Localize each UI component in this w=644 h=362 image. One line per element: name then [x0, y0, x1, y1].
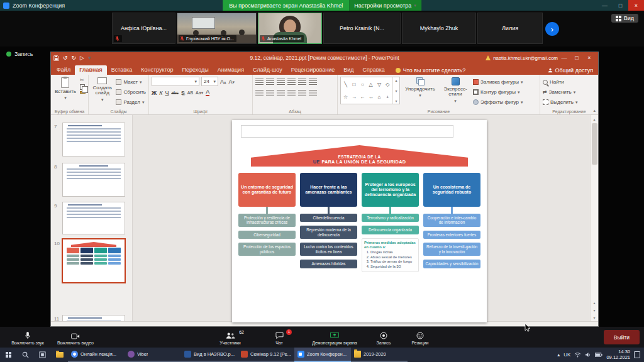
scrollbar-thumb[interactable] — [592, 123, 597, 165]
title-placeholder[interactable] — [241, 125, 453, 138]
minimize-button[interactable]: — — [597, 0, 613, 11]
align-right-icon[interactable] — [277, 90, 285, 96]
collapse-ribbon-icon[interactable]: ▴ — [593, 108, 596, 113]
arrange-button[interactable]: Упорядочить ▾ — [402, 77, 438, 99]
participant-tile[interactable]: Анфіса Юріївна... — [112, 13, 175, 44]
section-button[interactable]: Раздел▾ — [116, 98, 146, 106]
account-badge[interactable]: nastia.khmel.ukr@gmail.com — [486, 55, 558, 61]
copy-icon[interactable] — [80, 84, 85, 90]
column-item[interactable]: Terrorismo y radicalización — [362, 214, 419, 222]
start-button[interactable] — [0, 348, 17, 362]
shape-effects-button[interactable]: Эффекты фигур▾ — [473, 98, 523, 106]
participant-tile-active-speaker[interactable]: Anastasiia Khmel — [258, 13, 322, 44]
column-item[interactable]: Refuerzo de la investi-gación y la innov… — [423, 243, 480, 256]
select-button[interactable]: Выделить▾ — [543, 98, 577, 106]
cut-icon[interactable]: ✂ — [80, 78, 86, 83]
view-button[interactable]: Вид — [611, 14, 638, 23]
find-button[interactable]: Найти — [543, 78, 577, 86]
tell-me-search[interactable]: Что вы хотите сделать? — [396, 67, 466, 75]
stop-video-button[interactable]: Выключить видео — [53, 330, 98, 345]
shapes-scroll-down-icon[interactable]: ▾ — [395, 89, 397, 93]
action-center-icon[interactable] — [634, 351, 640, 358]
scroll-down-icon[interactable]: ▾ — [591, 314, 598, 321]
shape-outline-button[interactable]: Контур фигуры▾ — [473, 88, 523, 96]
tray-chevron-icon[interactable]: ▴ — [557, 352, 560, 358]
shapes-gallery[interactable]: ╲□○△▽◇ ☆→←↔⌂+ ▴ ▾ ▾ — [340, 77, 400, 104]
slideshow-icon[interactable]: ▷ — [80, 55, 84, 61]
bullets-icon[interactable] — [255, 79, 264, 85]
column-item[interactable]: Fronteras exteriores fuertes — [423, 231, 480, 239]
column-item[interactable]: Ciberdelincuencia — [300, 214, 357, 222]
column-item[interactable]: Ciberseguridad — [238, 231, 296, 239]
ppt-close-button[interactable]: × — [583, 52, 596, 63]
volume-icon[interactable] — [585, 352, 591, 358]
slide-thumbnail-11[interactable] — [62, 315, 125, 321]
tab-animations[interactable]: Анимация — [213, 65, 248, 75]
replace-button[interactable]: ⇄Заменить▾ — [543, 88, 577, 96]
slide-canvas[interactable]: ESTRATEGIA DE LA UEPARA LA UNIÓN DE LA S… — [232, 120, 487, 322]
columns-icon[interactable] — [298, 90, 306, 96]
line-spacing-icon[interactable] — [298, 79, 306, 85]
shape-fill-button[interactable]: Заливка фигуры▾ — [473, 78, 523, 86]
font-color-button[interactable]: А — [206, 89, 209, 96]
participant-tile[interactable]: Petro Krainik (N... — [323, 13, 401, 44]
shrink-font-icon[interactable]: А▾ — [229, 79, 235, 85]
next-participants-button[interactable]: › — [545, 22, 559, 36]
save-icon[interactable] — [53, 55, 59, 61]
tab-home[interactable]: Главная — [75, 65, 107, 75]
taskbar-app-browser[interactable]: Онлайн лекція... — [68, 348, 125, 362]
change-case-button[interactable]: Аа▾ — [196, 90, 203, 96]
participant-tile[interactable]: Глухівський НПУ ім.О... — [177, 13, 257, 44]
reset-button[interactable]: Сбросить — [116, 88, 146, 96]
tab-review[interactable]: Рецензирование — [287, 65, 340, 75]
next-slide-icon[interactable]: ▾ — [591, 306, 598, 314]
increase-indent-icon[interactable] — [287, 79, 296, 85]
tab-transitions[interactable]: Переходы — [178, 65, 213, 75]
column-item[interactable]: Protección de los espacios públicos — [238, 243, 296, 256]
strikethrough-button[interactable]: abc — [171, 90, 178, 95]
vertical-scrollbar[interactable]: ▴ ▴ ▾ ▾ — [590, 115, 598, 321]
first-measures-box[interactable]: Primeras medidas adoptadas en cuanto a: … — [362, 238, 419, 272]
tab-file[interactable]: Файл — [52, 65, 75, 75]
maximize-button[interactable]: □ — [613, 0, 628, 11]
align-left-icon[interactable] — [255, 90, 264, 96]
text-shadow-button[interactable]: S — [181, 90, 185, 96]
participants-button[interactable]: 62 Участники — [208, 330, 253, 345]
search-button[interactable] — [17, 348, 34, 362]
font-name-combo[interactable]: ▾ — [152, 77, 199, 86]
chat-button[interactable]: 1 Чат — [257, 330, 302, 345]
wifi-icon[interactable] — [574, 352, 581, 358]
align-center-icon[interactable] — [266, 90, 274, 96]
participant-tile[interactable]: Mykhaylo Zhuk — [402, 13, 476, 44]
undo-icon[interactable]: ↺ — [63, 55, 68, 61]
column-item[interactable]: Lucha contra los contenidos ilícitos en … — [300, 243, 357, 256]
underline-button[interactable]: Ч — [165, 90, 169, 96]
taskbar-app-word[interactable]: Вид в НАЗЯВО.р... — [181, 348, 238, 362]
taskbar-app-zoom[interactable]: Zoom Конферен... — [294, 348, 351, 362]
italic-button[interactable]: К — [159, 90, 162, 96]
column-header[interactable]: Un ecosistema de seguridad robusto — [423, 173, 480, 207]
column-item[interactable]: Amenazas híbridas — [300, 260, 357, 268]
slide-thumbnail-8[interactable] — [62, 163, 125, 197]
taskbar-app-folder[interactable]: 2019-2020 — [351, 348, 408, 362]
tab-insert[interactable]: Вставка — [107, 65, 136, 75]
clock[interactable]: 14:30 09.12.2021 — [606, 349, 630, 360]
new-slide-button[interactable]: Создать слайд ▾ — [91, 77, 113, 102]
participant-tile[interactable]: Лилия — [477, 13, 543, 44]
close-button[interactable]: × — [628, 0, 644, 11]
redo-icon[interactable]: ↻ — [72, 55, 77, 61]
justify-icon[interactable] — [287, 90, 296, 96]
column-item[interactable]: Represión moderna de la delincuencia — [300, 226, 357, 239]
battery-icon[interactable] — [595, 353, 602, 357]
column-item[interactable]: Capacidades y sensibilización — [423, 260, 480, 268]
shapes-more-icon[interactable]: ▾ — [395, 99, 397, 103]
record-button[interactable]: Запись — [367, 330, 400, 345]
language-indicator[interactable]: UK — [564, 352, 570, 358]
ppt-restore-button[interactable]: □ — [570, 52, 583, 63]
task-view-button[interactable] — [34, 348, 51, 362]
tab-view[interactable]: Вид — [339, 65, 358, 75]
slide-thumbnail-7[interactable] — [62, 123, 125, 156]
text-direction-icon[interactable] — [309, 79, 317, 85]
slide-thumbnail-10-selected[interactable] — [62, 238, 126, 283]
tab-slideshow[interactable]: Слайд-шоу — [248, 65, 287, 75]
